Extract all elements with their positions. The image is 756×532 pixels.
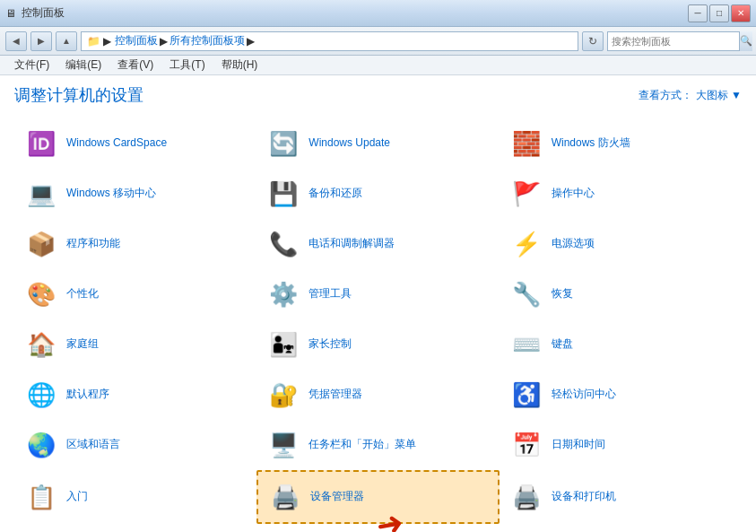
icon-label-windows-mobility: Windows 移动中心	[66, 187, 156, 201]
icon-item-backup-restore[interactable]: 💾备份和还原	[256, 169, 499, 219]
icon-image-recovery: 🔧	[508, 276, 544, 312]
icon-label-recovery: 恢复	[552, 287, 573, 301]
icon-item-sound[interactable]: 🔊声音	[14, 524, 256, 532]
icon-item-programs-features[interactable]: 📦程序和功能	[14, 219, 256, 269]
icon-label-getting-started: 入门	[66, 490, 88, 504]
icon-item-windows-firewall[interactable]: 🧱Windows 防火墙	[500, 118, 742, 169]
icon-label-ease-of-access: 轻松访问中心	[552, 388, 616, 402]
search-input[interactable]	[608, 36, 739, 47]
icon-label-backup-restore: 备份和还原	[308, 187, 362, 201]
close-button[interactable]: ✕	[731, 4, 751, 22]
icon-item-default-programs[interactable]: 🌐默认程序	[14, 370, 256, 420]
icon-image-credential-manager: 🔐	[265, 377, 301, 413]
main-panel: 调整计算机的设置 查看方式： 大图标 ▼ 🆔Windows CardSpace🔄…	[0, 75, 756, 532]
address-path[interactable]: 📁 ▶ 控制面板 ▶ 所有控制面板项 ▶	[81, 31, 578, 51]
icon-item-homegroup[interactable]: 🏠家庭组	[14, 319, 256, 370]
icon-label-keyboard: 键盘	[552, 337, 573, 352]
icon-image-windows-mobility: 💻	[23, 176, 59, 212]
icon-image-power-options: ⚡	[508, 226, 544, 262]
title-bar: 🖥 控制面板 ─ □ ✕	[0, 0, 756, 27]
icon-item-admin-tools[interactable]: ⚙️管理工具	[256, 269, 499, 319]
icon-item-parental-controls[interactable]: 👨‍👧家长控制	[256, 319, 499, 370]
menu-help[interactable]: 帮助(H)	[214, 56, 265, 74]
search-box: 🔍	[607, 31, 751, 51]
icon-item-windows-update[interactable]: 🔄Windows Update	[256, 118, 499, 169]
icon-label-homegroup: 家庭组	[66, 337, 99, 352]
icon-item-keyboard[interactable]: ⌨️键盘	[500, 319, 742, 370]
icon-label-devices-printers: 设备和打印机	[552, 490, 616, 504]
back-button[interactable]: ◀	[5, 31, 27, 51]
icon-item-action-center[interactable]: 🚩操作中心	[500, 169, 742, 219]
icon-image-ease-of-access: ♿	[508, 377, 544, 413]
icon-item-taskbar-start[interactable]: 🖥️任务栏和「开始」菜单	[256, 420, 499, 470]
icon-label-personalization: 个性化	[66, 287, 99, 301]
page-header: 调整计算机的设置 查看方式： 大图标 ▼	[14, 84, 742, 106]
icon-item-indexing-options[interactable]: 🔍索引选项	[500, 524, 742, 532]
icon-image-default-programs: 🌐	[23, 377, 59, 413]
menu-view[interactable]: 查看(V)	[110, 56, 161, 74]
icon-image-programs-features: 📦	[23, 226, 59, 262]
icon-item-personalization[interactable]: 🎨个性化	[14, 269, 256, 319]
icon-image-admin-tools: ⚙️	[265, 276, 301, 312]
icon-image-phone-modem: 📞	[265, 226, 301, 262]
icon-image-taskbar-start: 🖥️	[265, 427, 301, 463]
icon-image-windows-cardspace: 🆔	[23, 126, 59, 161]
icon-label-power-options: 电源选项	[552, 237, 595, 251]
icon-image-date-time: 📅	[508, 427, 544, 463]
icon-item-ease-of-access[interactable]: ♿轻松访问中心	[500, 370, 742, 420]
up-button[interactable]: ▲	[56, 31, 77, 51]
icon-label-windows-firewall: Windows 防火墙	[552, 136, 630, 151]
icon-item-credential-manager[interactable]: 🔐凭据管理器	[256, 370, 499, 420]
page-title: 调整计算机的设置	[14, 84, 143, 106]
icon-label-action-center: 操作中心	[552, 187, 595, 201]
icon-item-phone-modem[interactable]: 📞电话和调制解调器	[256, 219, 499, 269]
icon-image-keyboard: ⌨️	[508, 327, 544, 362]
icon-label-phone-modem: 电话和调制解调器	[308, 237, 395, 251]
icon-image-windows-update: 🔄	[265, 126, 301, 161]
icon-item-date-time[interactable]: 📅日期和时间	[500, 420, 742, 470]
icon-item-windows-mobility[interactable]: 💻Windows 移动中心	[14, 169, 256, 219]
maximize-button[interactable]: □	[709, 4, 729, 22]
icon-item-power-options[interactable]: ⚡电源选项	[500, 219, 742, 269]
icon-label-default-programs: 默认程序	[66, 388, 109, 402]
icon-image-homegroup: 🏠	[23, 327, 59, 362]
menu-bar: 文件(F) 编辑(E) 查看(V) 工具(T) 帮助(H)	[0, 56, 756, 75]
content-area: 调整计算机的设置 查看方式： 大图标 ▼ 🆔Windows CardSpace🔄…	[0, 75, 756, 532]
icon-image-devices-printers: 🖨️	[508, 479, 544, 515]
icon-item-getting-started[interactable]: 📋入门	[14, 470, 256, 524]
icon-image-region-language: 🌏	[23, 427, 59, 463]
icon-image-action-center: 🚩	[508, 176, 544, 212]
icon-label-device-manager: 设备管理器	[310, 490, 364, 504]
menu-edit[interactable]: 编辑(E)	[58, 56, 109, 74]
minimize-button[interactable]: ─	[688, 4, 708, 22]
icon-label-programs-features: 程序和功能	[66, 237, 120, 251]
icon-item-device-manager[interactable]: 🖨️设备管理器	[256, 470, 499, 524]
title-bar-controls: ─ □ ✕	[688, 4, 751, 22]
icon-label-taskbar-start: 任务栏和「开始」菜单	[308, 438, 416, 452]
icon-item-mouse[interactable]: 🖱️鼠标	[256, 524, 499, 532]
icon-image-backup-restore: 💾	[265, 176, 301, 212]
view-selector[interactable]: 查看方式： 大图标 ▼	[639, 88, 742, 103]
refresh-button[interactable]: ↻	[582, 31, 604, 51]
menu-file[interactable]: 文件(F)	[7, 56, 56, 74]
icon-image-device-manager: 🖨️	[267, 479, 303, 515]
icon-image-personalization: 🎨	[23, 276, 59, 312]
icon-item-devices-printers[interactable]: 🖨️设备和打印机	[500, 470, 742, 524]
forward-button[interactable]: ▶	[30, 31, 52, 51]
icons-grid: 🆔Windows CardSpace🔄Windows Update🧱Window…	[14, 118, 742, 532]
icon-image-parental-controls: 👨‍👧	[265, 327, 301, 362]
view-mode[interactable]: 大图标 ▼	[696, 88, 742, 103]
menu-tools[interactable]: 工具(T)	[162, 56, 212, 74]
address-bar: ◀ ▶ ▲ 📁 ▶ 控制面板 ▶ 所有控制面板项 ▶ ↻ 🔍	[0, 27, 756, 56]
icon-label-windows-update: Windows Update	[308, 136, 390, 151]
icon-item-region-language[interactable]: 🌏区域和语言	[14, 420, 256, 470]
view-label: 查看方式：	[639, 88, 692, 103]
title-bar-left: 🖥 控制面板	[5, 5, 65, 21]
icon-label-region-language: 区域和语言	[66, 438, 120, 452]
icon-label-parental-controls: 家长控制	[308, 337, 352, 352]
icon-item-windows-cardspace[interactable]: 🆔Windows CardSpace	[14, 118, 256, 169]
icon-item-recovery[interactable]: 🔧恢复	[500, 269, 742, 319]
icon-image-getting-started: 📋	[23, 479, 59, 515]
search-icon[interactable]: 🔍	[739, 31, 752, 51]
icon-label-admin-tools: 管理工具	[308, 287, 352, 301]
